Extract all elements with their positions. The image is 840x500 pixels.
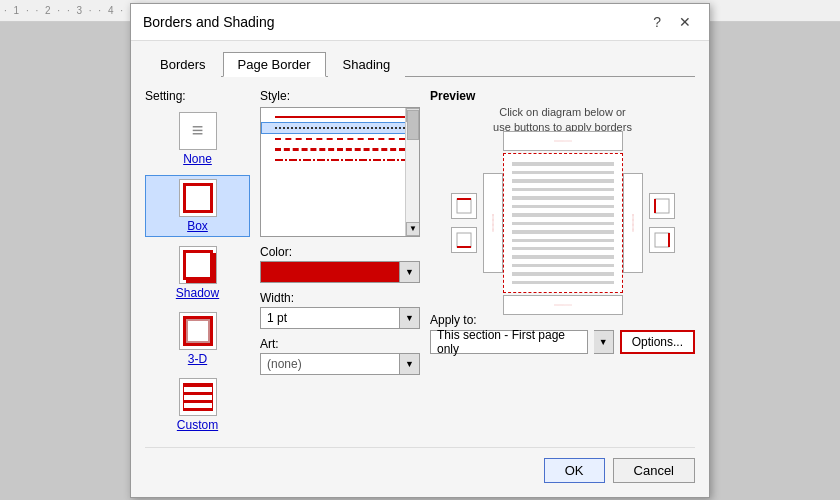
art-row: Art: (none) ▼ (260, 337, 420, 375)
setting-box[interactable]: Box (145, 175, 250, 237)
border-bottom-btn[interactable] (451, 227, 477, 253)
dashdot-line-icon (275, 159, 405, 161)
ok-button[interactable]: OK (544, 458, 605, 483)
width-dropdown-arrow[interactable]: ▼ (400, 307, 420, 329)
art-dropdown-arrow[interactable]: ▼ (400, 353, 420, 375)
preview-panel: Preview Click on diagram below oruse but… (430, 89, 695, 441)
page-lines (504, 154, 622, 292)
3d-icon (179, 312, 217, 350)
style-panel: Style: (260, 89, 420, 441)
options-button[interactable]: Options... (620, 330, 695, 354)
width-value[interactable]: 1 pt (260, 307, 400, 329)
apply-value: This section - First page only (437, 328, 581, 356)
shadow-label: Shadow (176, 286, 219, 300)
width-select: 1 pt ▼ (260, 307, 420, 329)
style-scrollbar[interactable]: ▲ ▼ (405, 108, 419, 236)
color-select: ▼ (260, 261, 420, 283)
page-line (512, 222, 614, 225)
custom-icon (179, 378, 217, 416)
page-line (512, 213, 614, 216)
tab-page-border[interactable]: Page Border (223, 52, 326, 77)
art-select: (none) ▼ (260, 353, 420, 375)
style-dashed[interactable] (261, 134, 419, 144)
preview-area (430, 143, 695, 303)
border-right-btn[interactable] (649, 227, 675, 253)
3d-label: 3-D (188, 352, 207, 366)
art-label: Art: (260, 337, 420, 351)
apply-select-row: This section - First page only ▼ Options… (430, 330, 695, 354)
custom-label: Custom (177, 418, 218, 432)
setting-none[interactable]: ≡ None (145, 109, 250, 169)
setting-shadow[interactable]: Shadow (145, 243, 250, 303)
setting-label: Setting: (145, 89, 250, 103)
style-listbox[interactable]: ▲ ▼ (260, 107, 420, 237)
tab-borders[interactable]: Borders (145, 52, 221, 77)
page-line (512, 239, 614, 242)
dotted-line-icon (275, 127, 405, 129)
none-icon: ≡ (179, 112, 217, 150)
border-left-btn[interactable] (649, 193, 675, 219)
page-line (512, 179, 614, 182)
border-page-bottom-btn[interactable] (503, 295, 623, 315)
page-line (512, 230, 614, 233)
box-icon (179, 179, 217, 217)
style-solid[interactable] (261, 112, 419, 122)
scrollbar-down[interactable]: ▼ (406, 222, 420, 236)
main-layout: Setting: ≡ None Box (145, 89, 695, 441)
page-bottom-border-icon (554, 296, 572, 314)
page-line (512, 264, 614, 267)
svg-rect-10 (655, 233, 669, 247)
none-label: None (183, 152, 212, 166)
apply-select[interactable]: This section - First page only (430, 330, 588, 354)
page-line (512, 247, 614, 250)
setting-panel: Setting: ≡ None Box (145, 89, 250, 441)
color-dropdown-arrow[interactable]: ▼ (400, 261, 420, 283)
dialog-titlebar: Borders and Shading ? ✕ (131, 4, 709, 41)
tab-shading[interactable]: Shading (328, 52, 406, 77)
art-value[interactable]: (none) (260, 353, 400, 375)
width-label: Width: (260, 291, 420, 305)
border-top-icon (455, 197, 473, 215)
cancel-button[interactable]: Cancel (613, 458, 695, 483)
border-right-icon (653, 231, 671, 249)
border-left-icon (653, 197, 671, 215)
apply-row: Apply to: This section - First page only… (430, 313, 695, 354)
scrollbar-thumb[interactable] (407, 110, 419, 140)
solid-line-icon (275, 116, 405, 118)
dialog-content: Borders Page Border Shading Setting: ≡ N… (131, 41, 709, 497)
page-line (512, 255, 614, 258)
dialog-title: Borders and Shading (143, 14, 275, 30)
border-top-btn[interactable] (451, 193, 477, 219)
page-right-border-icon (624, 214, 642, 232)
tab-bar: Borders Page Border Shading (145, 51, 695, 77)
dialog-footer: OK Cancel (145, 447, 695, 483)
close-button[interactable]: ✕ (673, 12, 697, 32)
setting-3d[interactable]: 3-D (145, 309, 250, 369)
color-box[interactable] (260, 261, 400, 283)
dashed2-line-icon (275, 148, 405, 151)
preview-page-container (483, 131, 643, 315)
setting-custom[interactable]: Custom (145, 375, 250, 435)
dashed-line-icon (275, 138, 405, 140)
page-left-border-icon (484, 214, 502, 232)
help-button[interactable]: ? (647, 12, 667, 32)
border-page-top-btn[interactable] (503, 131, 623, 151)
style-dashdot[interactable] (261, 155, 419, 165)
border-page-left-btn[interactable] (483, 173, 503, 273)
page-line (512, 196, 614, 199)
style-dashed2[interactable] (261, 144, 419, 155)
preview-right-buttons (649, 193, 675, 253)
titlebar-controls: ? ✕ (647, 12, 697, 32)
page-top-border-icon (554, 132, 572, 150)
preview-middle-row (483, 153, 643, 293)
style-dotted[interactable] (261, 122, 419, 134)
preview-page[interactable] (503, 153, 623, 293)
color-label: Color: (260, 245, 420, 259)
border-page-right-btn[interactable] (623, 173, 643, 273)
apply-label: Apply to: (430, 313, 695, 327)
page-line (512, 205, 614, 208)
width-row: Width: 1 pt ▼ (260, 291, 420, 329)
dialog: Borders and Shading ? ✕ Borders Page Bor… (130, 3, 710, 498)
apply-dropdown-arrow[interactable]: ▼ (594, 330, 614, 354)
page-line (512, 188, 614, 191)
